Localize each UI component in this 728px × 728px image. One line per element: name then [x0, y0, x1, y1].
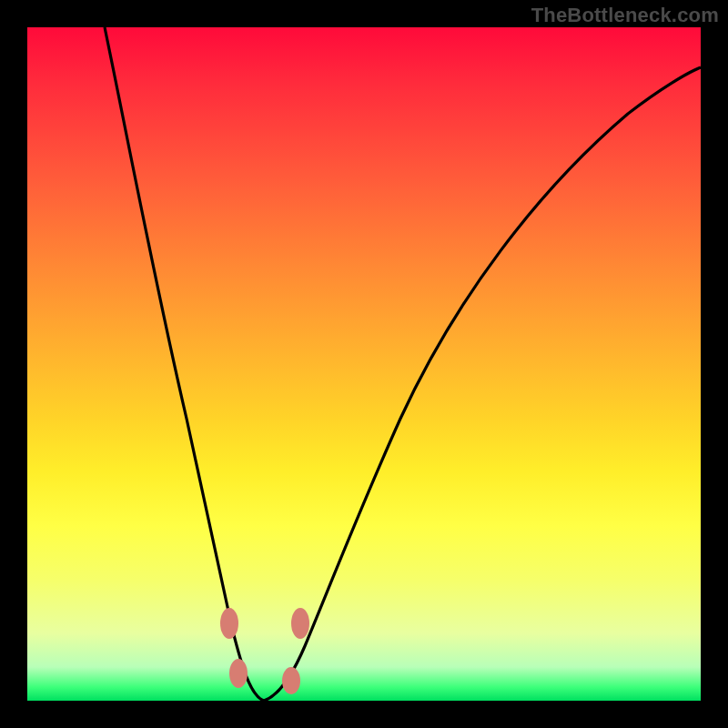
- chart-overlay: [27, 27, 701, 701]
- bottleneck-curve: [105, 27, 701, 701]
- chart-frame: TheBottleneck.com: [0, 0, 728, 728]
- marker-right-upper: [291, 608, 309, 639]
- marker-left-lower: [229, 659, 248, 688]
- plot-area: [27, 27, 701, 701]
- watermark-text: TheBottleneck.com: [531, 4, 719, 27]
- marker-left-upper: [220, 608, 238, 639]
- marker-right-lower: [282, 667, 300, 694]
